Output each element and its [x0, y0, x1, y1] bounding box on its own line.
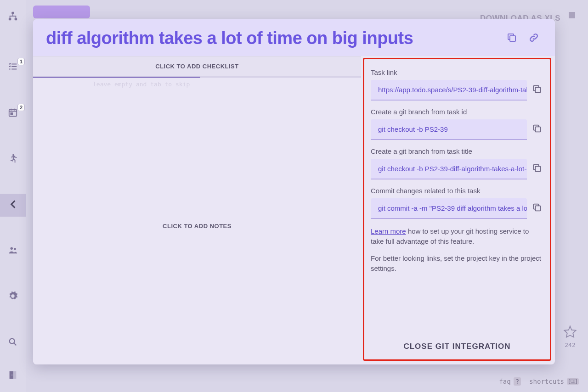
- sidebar-item-hierarchy[interactable]: [0, 6, 26, 28]
- svg-point-10: [11, 375, 12, 375]
- hierarchy-icon: [8, 11, 18, 23]
- sidebar-item-team[interactable]: [0, 240, 26, 263]
- svg-rect-11: [510, 36, 515, 41]
- copy-icon: [532, 123, 542, 135]
- faq-key-badge: ?: [514, 377, 521, 386]
- calendar-icon: [8, 107, 18, 119]
- git-info-learn: Learn more how to set up your git hostin…: [371, 226, 543, 247]
- task-link-field[interactable]: https://app.todo.space/s/PS2-39-diff-alg…: [371, 80, 527, 101]
- star-count-number: 242: [565, 342, 575, 348]
- exit-door-icon: [8, 370, 18, 382]
- git-integration-panel: Task link https://app.todo.space/s/PS2-3…: [363, 58, 551, 361]
- footer: faq ? shortcuts: [499, 377, 579, 386]
- svg-rect-0: [11, 12, 14, 14]
- sidebar-item-settings[interactable]: [0, 286, 26, 308]
- branch-title-field[interactable]: git checkout -b PS2-39-diff-algorithm-ta…: [371, 159, 527, 179]
- copy-icon: [532, 202, 542, 214]
- svg-rect-1: [9, 18, 11, 21]
- copy-branch-title-button[interactable]: [531, 162, 543, 175]
- copy-task-button[interactable]: [503, 30, 520, 47]
- link-icon: [528, 32, 539, 45]
- project-pill[interactable]: [33, 6, 90, 18]
- keyboard-icon: [567, 378, 579, 385]
- field-label-commit: Commit changes related to this task: [371, 187, 543, 195]
- task-modal: diff algorithm takes a lot of time on bi…: [33, 19, 555, 364]
- add-checklist-button[interactable]: CLICK TO ADD CHECKLIST: [33, 56, 361, 77]
- shortcuts-link[interactable]: shortcuts: [529, 378, 579, 385]
- shortcuts-label: shortcuts: [529, 378, 564, 385]
- copy-icon: [506, 32, 517, 45]
- copy-icon: [532, 84, 542, 96]
- team-icon: [8, 245, 18, 257]
- svg-rect-16: [569, 379, 577, 384]
- progress-bar: [33, 77, 361, 78]
- field-label-task-link: Task link: [371, 68, 543, 76]
- field-label-branch-title: Create a git branch from task title: [371, 147, 543, 155]
- link-task-button[interactable]: [526, 30, 542, 47]
- svg-rect-13: [535, 127, 540, 132]
- copy-branch-id-button[interactable]: [531, 123, 543, 136]
- sidebar-item-tasks[interactable]: 1: [0, 56, 26, 79]
- svg-rect-15: [535, 206, 540, 211]
- add-notes-button[interactable]: CLICK TO ADD NOTES: [33, 88, 361, 364]
- star-icon: [563, 325, 577, 341]
- copy-commit-button[interactable]: [531, 202, 543, 215]
- sidebar-item-back[interactable]: [0, 194, 26, 217]
- chevron-left-icon: [7, 198, 19, 212]
- svg-rect-4: [11, 113, 12, 115]
- svg-rect-14: [535, 167, 540, 172]
- svg-rect-9: [10, 371, 13, 379]
- close-git-integration-button[interactable]: CLOSE GIT INTEGRATION: [371, 337, 543, 354]
- walking-person-icon: [8, 153, 18, 165]
- star-count[interactable]: 242: [563, 325, 577, 348]
- calendar-badge: 2: [17, 104, 25, 111]
- modal-header: diff algorithm takes a lot of time on bi…: [33, 19, 555, 56]
- sidebar-item-exit[interactable]: [0, 364, 26, 387]
- sidebar-item-search[interactable]: [0, 331, 26, 354]
- svg-point-8: [10, 339, 15, 344]
- task-left-column: CLICK TO ADD CHECKLIST leave empty and t…: [33, 56, 361, 364]
- branch-id-field[interactable]: git checkout -b PS2-39: [371, 119, 527, 140]
- field-label-branch-id: Create a git branch from task id: [371, 108, 543, 116]
- color-swatch: [569, 12, 575, 18]
- ghost-hint: leave empty and tab to skip: [93, 81, 361, 88]
- svg-point-6: [11, 247, 13, 250]
- svg-rect-2: [15, 18, 17, 21]
- checklist-icon: [8, 62, 18, 73]
- task-title[interactable]: diff algorithm takes a lot of time on bi…: [46, 29, 498, 48]
- sidebar-item-calendar[interactable]: 2: [0, 102, 26, 125]
- sidebar-item-person[interactable]: [0, 148, 26, 171]
- gear-icon: [8, 291, 18, 303]
- copy-icon: [532, 163, 542, 175]
- faq-link[interactable]: faq ?: [499, 377, 521, 386]
- search-icon: [8, 337, 18, 349]
- commit-field[interactable]: git commit -a -m "PS2-39 diff algorithm …: [371, 198, 527, 219]
- faq-label: faq: [499, 378, 510, 385]
- svg-point-7: [14, 248, 16, 250]
- learn-more-link[interactable]: Learn more: [371, 227, 406, 235]
- copy-task-link-button[interactable]: [531, 84, 543, 96]
- svg-rect-12: [535, 88, 540, 93]
- git-info-text-2: For better looking links, set the projec…: [371, 253, 543, 274]
- tasks-badge: 1: [17, 58, 25, 65]
- sidebar: 1 2: [0, 0, 26, 392]
